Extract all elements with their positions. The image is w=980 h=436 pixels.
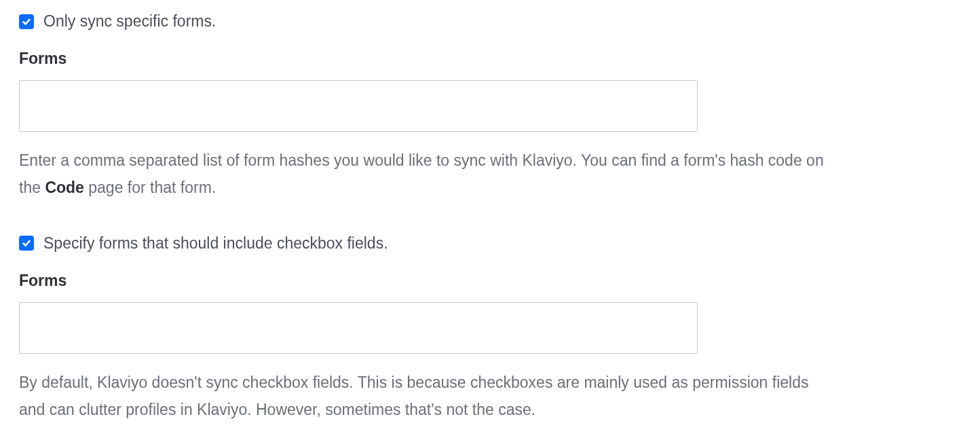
sync-specific-forms-checkbox-row: Only sync specific forms.	[19, 12, 961, 31]
checkmark-icon	[22, 238, 31, 248]
sync-specific-forms-checkbox-label: Only sync specific forms.	[43, 12, 216, 31]
forms-input-2[interactable]	[19, 302, 698, 354]
help-text-post: page for that form.	[84, 179, 216, 196]
forms-field-label-1: Forms	[19, 50, 961, 68]
forms-field-label-2: Forms	[19, 272, 961, 290]
checkbox-fields-checkbox[interactable]	[19, 236, 34, 251]
forms-input-1[interactable]	[19, 80, 698, 132]
help-text-strong: Code	[45, 179, 84, 196]
sync-specific-forms-section: Only sync specific forms. Forms Enter a …	[19, 12, 961, 202]
forms-help-text-2: By default, Klaviyo doesn't sync checkbo…	[19, 369, 833, 424]
sync-specific-forms-checkbox[interactable]	[19, 14, 34, 29]
checkbox-fields-section: Specify forms that should include checkb…	[19, 234, 961, 424]
forms-help-text-1: Enter a comma separated list of form has…	[19, 147, 833, 202]
checkbox-fields-checkbox-label: Specify forms that should include checkb…	[43, 234, 388, 253]
checkbox-fields-checkbox-row: Specify forms that should include checkb…	[19, 234, 961, 253]
checkmark-icon	[22, 17, 31, 26]
